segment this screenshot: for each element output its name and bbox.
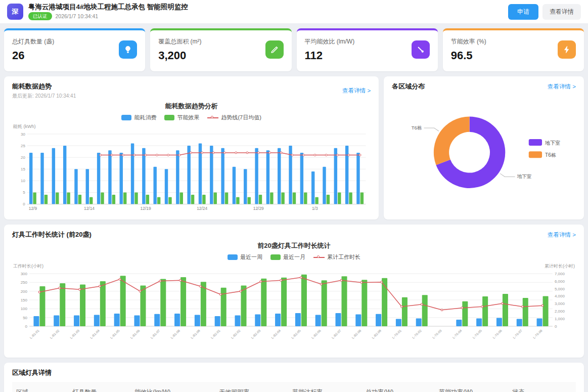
bolt-icon xyxy=(558,40,576,59)
svg-text:L-T6-05: L-T6-05 xyxy=(472,329,482,339)
legend-item-cumulative[interactable]: 累计工作时长 xyxy=(313,253,360,261)
svg-text:2,000: 2,000 xyxy=(555,310,565,314)
legend-item-savings[interactable]: 节能效果 xyxy=(164,114,199,121)
svg-text:L-T6-04: L-T6-04 xyxy=(451,329,462,339)
column-header-invalid-rate: 无效照明率 xyxy=(215,382,288,392)
energy-details-link[interactable]: 查看详情 > xyxy=(342,87,371,95)
svg-text:L-B2-05: L-B2-05 xyxy=(291,329,302,340)
legend-item-month[interactable]: 最近一月 xyxy=(270,253,305,261)
stat-label: 总灯具数量 (盏) xyxy=(12,37,137,46)
panel-title: 各区域分布 xyxy=(392,82,425,91)
app-logo: 深 xyxy=(7,4,23,20)
legend-swatch xyxy=(164,115,174,120)
legend-item-week[interactable]: 最近一周 xyxy=(228,253,262,261)
hours-legend: 最近一周 最近一月 累计工作时长 xyxy=(12,253,576,261)
legend-label: 最近一月 xyxy=(283,253,305,261)
svg-text:L-B2-04: L-B2-04 xyxy=(270,329,282,340)
certified-badge: 已认证 xyxy=(28,12,52,20)
legend-line-marker xyxy=(207,117,218,118)
svg-text:L-B1-09: L-B1-09 xyxy=(190,329,201,340)
column-header-total-power: 总功率(W) xyxy=(361,382,435,392)
energy-trend-panel: 能耗数据趋势 最后更新: 2026/1/7 10:34:41 查看详情 > 能耗… xyxy=(4,76,379,220)
svg-text:12/9: 12/9 xyxy=(29,206,37,211)
svg-text:L-B2-06: L-B2-06 xyxy=(311,329,322,340)
energy-trend-chart[interactable]: 05101520253012/912/1412/1912/2412/291/3 xyxy=(12,130,371,214)
svg-text:20: 20 xyxy=(21,155,25,160)
region-donut-chart[interactable]: 地下室T6栋地下室T6栋 xyxy=(392,94,576,206)
y-axis-unit: 能耗 (kWh) xyxy=(13,123,36,130)
column-header-saving-rate: 节能达标率 xyxy=(288,382,361,392)
legend-item-trend[interactable]: 趋势线(7日均值) xyxy=(207,114,261,121)
svg-text:4,000: 4,000 xyxy=(555,294,565,299)
svg-text:L-B1-03: L-B1-03 xyxy=(69,329,80,340)
svg-text:25: 25 xyxy=(21,144,25,148)
svg-text:L-B2-01: L-B2-01 xyxy=(210,329,221,340)
region-details-link[interactable]: 查看详情 > xyxy=(548,83,576,91)
stat-card-coverage-area: 覆盖总面积 (m²) 3,200 xyxy=(150,28,291,71)
stat-card-saving-rate: 节能效率 (%) 96.5 xyxy=(443,28,584,71)
column-header-lamp-count: 灯具数量 xyxy=(69,382,131,392)
svg-text:L-B1-07: L-B1-07 xyxy=(150,329,161,340)
svg-text:L-B1-02: L-B1-02 xyxy=(49,329,60,340)
wand-icon xyxy=(412,40,430,59)
stat-card-efficiency-ratio: 平均能效比 (lm/W) 112 xyxy=(297,28,438,71)
energy-legend: 能耗消费 节能效果 趋势线(7日均值) xyxy=(12,114,371,121)
legend-label: 最近一周 xyxy=(240,253,262,261)
svg-text:L-B1-01: L-B1-01 xyxy=(29,329,40,340)
chart-title: 前20盏灯具工作时长统计 xyxy=(12,241,576,250)
svg-text:L-T6-07: L-T6-07 xyxy=(512,329,523,339)
column-header-saving-power: 节能功率(W) xyxy=(435,382,508,392)
svg-text:地下室: 地下室 xyxy=(517,173,532,179)
svg-text:250: 250 xyxy=(21,281,28,285)
ruler-icon xyxy=(265,40,284,59)
svg-text:L-B1-05: L-B1-05 xyxy=(110,329,121,340)
legend-item-consumption[interactable]: 能耗消费 xyxy=(121,114,156,121)
svg-text:L-T6-03: L-T6-03 xyxy=(432,329,442,339)
svg-text:地下室: 地下室 xyxy=(545,140,560,146)
svg-text:L-B1-08: L-B1-08 xyxy=(170,329,181,340)
svg-text:1/3: 1/3 xyxy=(312,206,318,211)
header-timestamp: 2026/1/7 10:34:41 xyxy=(56,13,99,19)
svg-text:L-B1-04: L-B1-04 xyxy=(89,329,101,340)
view-details-button[interactable]: 查看详情 xyxy=(542,4,581,20)
svg-text:L-T6-08: L-T6-08 xyxy=(532,329,543,339)
svg-text:L-B2-02: L-B2-02 xyxy=(230,329,241,340)
column-header-status: 状态 xyxy=(508,382,576,392)
chart-title: 能耗数据趋势分析 xyxy=(12,102,371,111)
work-hours-panel: 灯具工作时长统计 (前20盏) 查看详情 > 前20盏灯具工作时长统计 最近一周… xyxy=(4,225,584,357)
svg-text:0: 0 xyxy=(23,202,25,206)
svg-text:5,000: 5,000 xyxy=(555,287,565,291)
svg-text:3,000: 3,000 xyxy=(555,302,565,307)
svg-text:12/24: 12/24 xyxy=(197,206,207,211)
svg-text:L-B2-03: L-B2-03 xyxy=(250,329,261,340)
table-header-row: 区域 灯具数量 能效比(lm/W) 无效照明率 节能达标率 总功率(W) 节能功… xyxy=(12,382,576,392)
svg-text:5: 5 xyxy=(23,190,25,195)
svg-text:1,000: 1,000 xyxy=(555,317,565,321)
svg-text:T6栋: T6栋 xyxy=(412,125,422,130)
svg-text:L-B2-09: L-B2-09 xyxy=(371,329,382,340)
panel-title: 区域灯具详情 xyxy=(12,368,576,377)
legend-label: 趋势线(7日均值) xyxy=(221,114,261,121)
work-hours-chart[interactable]: 05010015020025030001,0002,0003,0004,0005… xyxy=(12,270,576,352)
legend-label: 能耗消费 xyxy=(134,114,156,121)
region-details-table: 区域 灯具数量 能效比(lm/W) 无效照明率 节能达标率 总功率(W) 节能功… xyxy=(12,382,576,392)
legend-label: 累计工作时长 xyxy=(327,253,360,261)
svg-text:L-T6-01: L-T6-01 xyxy=(391,329,402,339)
stat-value: 26 xyxy=(12,49,137,62)
legend-swatch xyxy=(121,115,131,120)
svg-text:15: 15 xyxy=(21,167,25,171)
stat-label: 节能效率 (%) xyxy=(451,37,576,46)
svg-text:L-T6-06: L-T6-06 xyxy=(492,329,503,339)
svg-text:7,000: 7,000 xyxy=(555,272,565,276)
apply-button[interactable]: 申请 xyxy=(508,4,538,20)
stat-card-total-lamps: 总灯具数量 (盏) 26 xyxy=(4,28,145,71)
svg-text:300: 300 xyxy=(21,272,28,276)
svg-text:6,000: 6,000 xyxy=(555,279,565,284)
stats-row: 总灯具数量 (盏) 26 覆盖总面积 (m²) 3,200 平均能效比 (lm/… xyxy=(4,28,584,71)
right-axis-unit: 累计时长(小时) xyxy=(545,263,575,270)
panel-title: 能耗数据趋势 xyxy=(12,82,76,91)
svg-text:100: 100 xyxy=(21,307,28,312)
hours-details-link[interactable]: 查看详情 > xyxy=(548,231,576,239)
legend-label: 节能效果 xyxy=(177,114,199,121)
stat-value: 3,200 xyxy=(158,49,283,62)
